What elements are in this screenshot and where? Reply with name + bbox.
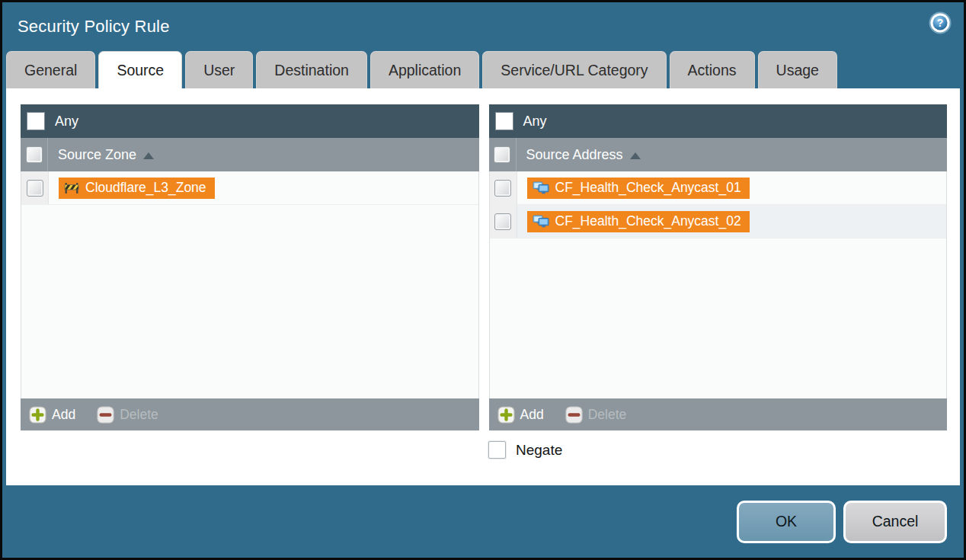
row-checkbox[interactable]: [27, 180, 43, 197]
security-policy-rule-dialog: Security Policy Rule ? General Source Us: [0, 0, 966, 560]
source-address-any-header: Any: [489, 104, 948, 138]
source-address-panel: Any Source Address: [489, 104, 948, 430]
source-address-column-header[interactable]: Source Address: [489, 138, 948, 171]
negate-checkbox[interactable]: [488, 441, 506, 459]
delete-button-label: Delete: [120, 407, 158, 423]
delete-button-label: Delete: [588, 407, 627, 423]
negate-row: Negate: [488, 441, 960, 459]
add-plus-icon: [497, 406, 515, 424]
cancel-button[interactable]: Cancel: [843, 501, 947, 543]
tab-source[interactable]: Source: [98, 51, 182, 88]
title-bar: Security Policy Rule ?: [2, 2, 964, 51]
address-network-icon: [533, 215, 549, 228]
delete-button[interactable]: Delete: [565, 406, 627, 424]
address-tag-label: CF_Health_Check_Anycast_02: [555, 213, 741, 229]
zone-tag-label: Cloudflare_L3_Zone: [85, 180, 206, 196]
delete-button[interactable]: Delete: [97, 406, 158, 424]
zone-barrier-icon: [64, 182, 79, 194]
page-title: Security Policy Rule: [18, 17, 170, 37]
delete-minus-icon: [97, 406, 114, 424]
source-address-select-all-checkbox[interactable]: [494, 146, 510, 163]
table-row[interactable]: CF_Health_Check_Anycast_02: [490, 205, 947, 238]
source-address-column-label: Source Address: [526, 147, 623, 163]
negate-label: Negate: [516, 442, 562, 459]
tab-application[interactable]: Application: [370, 51, 479, 88]
sort-ascending-icon: [630, 152, 641, 159]
address-tag[interactable]: CF_Health_Check_Anycast_01: [527, 178, 750, 199]
tab-user[interactable]: User: [185, 51, 253, 88]
help-icon[interactable]: ?: [928, 11, 952, 35]
source-zone-column-label: Source Zone: [58, 147, 136, 163]
add-button[interactable]: Add: [497, 406, 544, 424]
source-zone-list: Cloudflare_L3_Zone: [21, 171, 479, 398]
table-row[interactable]: Cloudflare_L3_Zone: [21, 171, 478, 205]
add-button[interactable]: Add: [29, 406, 75, 424]
tab-general[interactable]: General: [6, 51, 95, 88]
source-tab-content: Any Source Zone: [6, 88, 960, 485]
address-network-icon: [533, 181, 549, 194]
address-tag-label: CF_Health_Check_Anycast_01: [555, 180, 741, 196]
add-button-label: Add: [52, 407, 75, 423]
sort-ascending-icon: [143, 152, 154, 159]
add-button-label: Add: [520, 407, 544, 423]
source-zone-any-header: Any: [21, 104, 479, 138]
row-checkbox[interactable]: [494, 213, 511, 230]
tab-service-url-category[interactable]: Service/URL Category: [482, 51, 666, 88]
source-address-list: CF_Health_Check_Anycast_01: [489, 171, 948, 398]
tab-bar: General Source User Destination Applicat…: [2, 51, 964, 88]
row-checkbox[interactable]: [494, 180, 511, 197]
table-row[interactable]: CF_Health_Check_Anycast_01: [490, 171, 947, 205]
source-zone-select-all-checkbox[interactable]: [26, 146, 43, 163]
delete-minus-icon: [565, 406, 583, 424]
source-address-any-checkbox[interactable]: [495, 112, 513, 130]
zone-tag[interactable]: Cloudflare_L3_Zone: [59, 178, 215, 199]
address-tag[interactable]: CF_Health_Check_Anycast_02: [527, 211, 750, 232]
source-zone-column-header[interactable]: Source Zone: [21, 138, 479, 171]
source-zone-panel: Any Source Zone: [21, 104, 479, 430]
add-plus-icon: [29, 406, 46, 424]
tab-actions[interactable]: Actions: [670, 51, 755, 88]
source-address-any-label: Any: [523, 114, 547, 130]
dialog-footer: OK Cancel: [2, 485, 964, 558]
svg-text:?: ?: [937, 17, 944, 29]
source-zone-any-label: Any: [55, 114, 78, 130]
source-address-footer: Add Delete: [489, 398, 948, 430]
ok-button[interactable]: OK: [737, 501, 836, 543]
tab-usage[interactable]: Usage: [758, 51, 837, 88]
tab-destination[interactable]: Destination: [256, 51, 367, 88]
source-zone-footer: Add Delete: [21, 398, 479, 430]
source-zone-any-checkbox[interactable]: [27, 112, 45, 130]
